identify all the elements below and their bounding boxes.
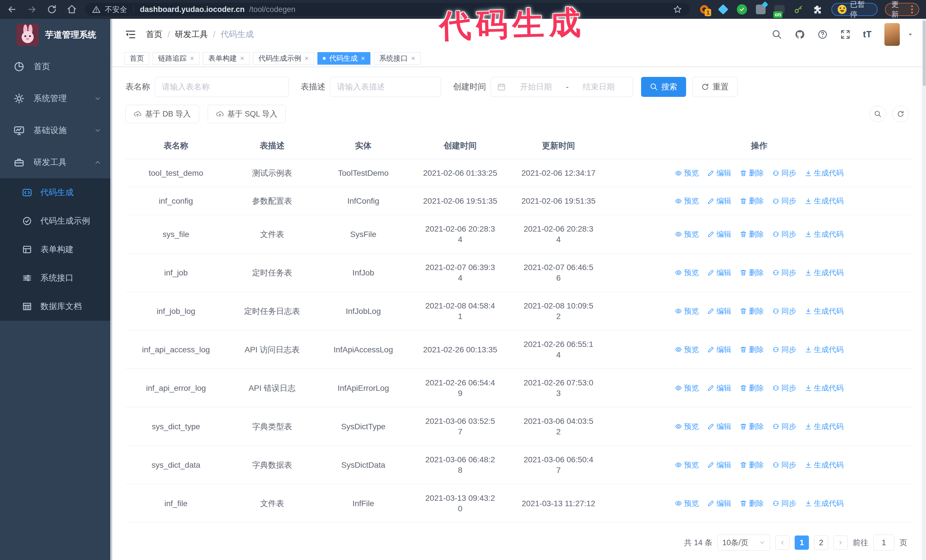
refresh-table-button[interactable] xyxy=(893,106,909,122)
update-button[interactable]: 更新 xyxy=(885,3,919,16)
generate-code-link[interactable]: 生成代码 xyxy=(805,196,844,206)
import-db-button[interactable]: 基于 DB 导入 xyxy=(126,105,199,123)
prev-page-button[interactable] xyxy=(775,536,790,550)
generate-code-link[interactable]: 生成代码 xyxy=(805,383,844,393)
edit-link[interactable]: 编辑 xyxy=(707,460,731,470)
close-icon[interactable]: × xyxy=(411,55,415,62)
extensions-puzzle-icon[interactable] xyxy=(811,4,823,15)
edit-link[interactable]: 编辑 xyxy=(707,383,731,393)
delete-link[interactable]: 删除 xyxy=(740,421,764,432)
generate-code-link[interactable]: 生成代码 xyxy=(805,229,844,240)
extension-check-icon[interactable] xyxy=(736,4,747,15)
sync-link[interactable]: 同步 xyxy=(772,383,796,393)
caret-down-icon[interactable] xyxy=(907,31,914,38)
sidebar-item-codegen[interactable]: 代码生成 xyxy=(0,178,112,207)
bookmark-star-icon[interactable] xyxy=(673,5,682,14)
edit-link[interactable]: 编辑 xyxy=(707,344,731,355)
delete-link[interactable]: 删除 xyxy=(740,306,764,317)
delete-link[interactable]: 删除 xyxy=(740,460,764,470)
profile-paused-pill[interactable]: 已暂停 xyxy=(831,3,878,16)
delete-link[interactable]: 删除 xyxy=(740,267,764,278)
sidebar-item-codegen-example[interactable]: 代码生成示例 xyxy=(0,207,112,235)
page-size-select[interactable]: 10条/页 xyxy=(717,535,770,551)
close-icon[interactable]: × xyxy=(361,55,365,62)
back-icon[interactable] xyxy=(7,4,17,15)
delete-link[interactable]: 删除 xyxy=(740,229,764,240)
forward-icon[interactable] xyxy=(27,4,37,15)
reload-icon[interactable] xyxy=(47,4,57,15)
sync-link[interactable]: 同步 xyxy=(772,498,796,509)
help-icon[interactable] xyxy=(817,29,828,39)
extension-orange-icon[interactable]: 1 xyxy=(699,4,710,15)
generate-code-link[interactable]: 生成代码 xyxy=(805,344,844,355)
sidebar-item-infra[interactable]: 基础设施 xyxy=(0,115,112,146)
home-icon[interactable] xyxy=(67,4,77,15)
table-desc-input[interactable] xyxy=(330,77,441,97)
edit-link[interactable]: 编辑 xyxy=(707,421,731,432)
tab-form-builder[interactable]: 表单构建× xyxy=(203,52,250,65)
edit-link[interactable]: 编辑 xyxy=(707,229,731,240)
page-button-1[interactable]: 1 xyxy=(794,536,809,550)
scrollbar-thumb[interactable] xyxy=(923,21,926,86)
preview-link[interactable]: 预览 xyxy=(675,267,699,278)
sync-link[interactable]: 同步 xyxy=(772,421,796,432)
generate-code-link[interactable]: 生成代码 xyxy=(805,460,844,470)
sidebar-item-form-builder[interactable]: 表单构建 xyxy=(0,235,112,264)
toggle-search-button[interactable] xyxy=(870,106,886,122)
hamburger-icon[interactable] xyxy=(125,29,136,40)
edit-link[interactable]: 编辑 xyxy=(707,267,731,278)
app-logo[interactable]: 芋道管理系统 xyxy=(0,19,112,51)
next-page-button[interactable] xyxy=(834,536,848,550)
font-size-icon[interactable]: tT xyxy=(863,29,872,39)
tab-home[interactable]: 首页 xyxy=(124,52,149,65)
github-icon[interactable] xyxy=(794,29,805,39)
edit-link[interactable]: 编辑 xyxy=(707,498,731,509)
breadcrumb-home[interactable]: 首页 xyxy=(146,29,162,40)
search-icon[interactable] xyxy=(772,29,782,39)
preview-link[interactable]: 预览 xyxy=(675,306,699,317)
tab-codegen[interactable]: 代码生成× xyxy=(318,52,371,65)
preview-link[interactable]: 预览 xyxy=(675,498,699,509)
sidebar-scrollbar[interactable] xyxy=(110,19,112,560)
generate-code-link[interactable]: 生成代码 xyxy=(805,498,844,509)
sidebar-item-system[interactable]: 系统管理 xyxy=(0,83,112,115)
preview-link[interactable]: 预览 xyxy=(675,460,699,470)
browser-scrollbar[interactable] xyxy=(922,19,926,560)
sync-link[interactable]: 同步 xyxy=(772,168,796,178)
url-bar[interactable]: 不安全 dashboard.yudao.iocoder.cn /tool/cod… xyxy=(85,3,690,16)
generate-code-link[interactable]: 生成代码 xyxy=(805,267,844,278)
tab-system-api[interactable]: 系统接口× xyxy=(374,52,421,65)
sync-link[interactable]: 同步 xyxy=(772,267,796,278)
sidebar-item-home[interactable]: 首页 xyxy=(0,51,112,83)
delete-link[interactable]: 删除 xyxy=(740,168,764,178)
close-icon[interactable]: × xyxy=(304,55,309,62)
sidebar-item-db-doc[interactable]: 数据库文档 xyxy=(0,292,112,321)
delete-link[interactable]: 删除 xyxy=(740,383,764,393)
extension-on-icon[interactable]: on xyxy=(774,4,785,15)
preview-link[interactable]: 预览 xyxy=(675,196,699,206)
preview-link[interactable]: 预览 xyxy=(675,383,699,393)
breadcrumb-devtools[interactable]: 研发工具 xyxy=(175,29,208,40)
delete-link[interactable]: 删除 xyxy=(740,196,764,206)
date-range-picker[interactable]: 开始日期 - 结束日期 xyxy=(491,77,633,97)
sync-link[interactable]: 同步 xyxy=(772,460,796,470)
fullscreen-icon[interactable] xyxy=(840,29,850,39)
tab-codegen-example[interactable]: 代码生成示例× xyxy=(253,52,314,65)
user-avatar[interactable] xyxy=(884,23,900,46)
tab-trace[interactable]: 链路追踪× xyxy=(153,52,200,65)
close-icon[interactable]: × xyxy=(240,55,244,62)
extension-gem-icon[interactable] xyxy=(717,4,729,15)
sync-link[interactable]: 同步 xyxy=(772,229,796,240)
import-sql-button[interactable]: 基于 SQL 导入 xyxy=(208,105,286,123)
close-icon[interactable]: × xyxy=(190,55,194,62)
search-button[interactable]: 搜索 xyxy=(641,77,686,97)
browser-menu-icon[interactable] xyxy=(911,5,913,14)
goto-page-input[interactable] xyxy=(873,535,894,551)
preview-link[interactable]: 预览 xyxy=(675,344,699,355)
edit-link[interactable]: 编辑 xyxy=(707,306,731,317)
generate-code-link[interactable]: 生成代码 xyxy=(805,306,844,317)
page-button-2[interactable]: 2 xyxy=(814,536,828,550)
extension-key-icon[interactable] xyxy=(793,4,804,15)
sync-link[interactable]: 同步 xyxy=(772,344,796,355)
edit-link[interactable]: 编辑 xyxy=(707,196,731,206)
